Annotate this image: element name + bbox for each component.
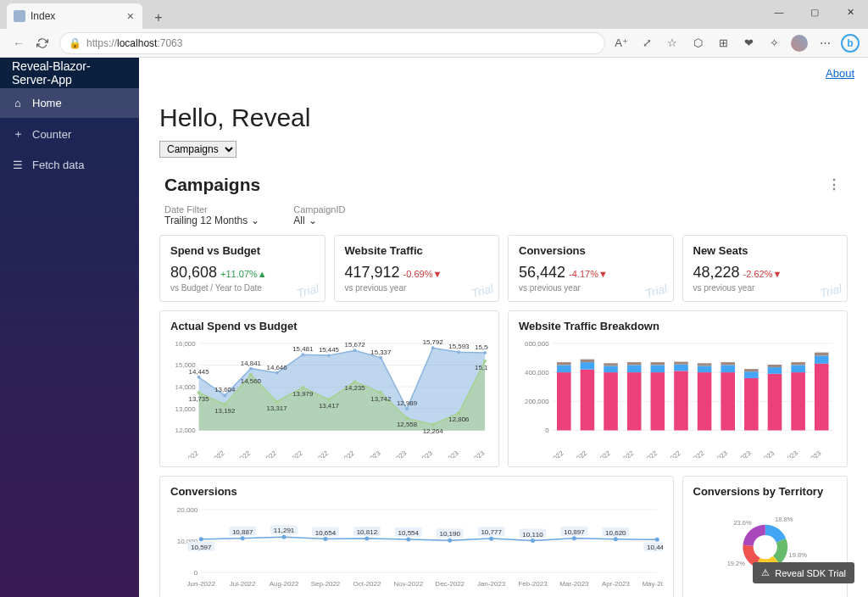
svg-rect-97: [651, 365, 665, 373]
collections-icon[interactable]: ✧: [763, 32, 785, 54]
favorite-icon[interactable]: ☆: [661, 32, 683, 54]
date-filter[interactable]: Date Filter Trailing 12 Months⌄: [164, 204, 259, 226]
plus-icon: ＋: [12, 126, 24, 142]
svg-text:Nov-2022: Nov-2022: [393, 580, 423, 588]
svg-rect-109: [721, 365, 735, 373]
page-body: ⌂ Home ＋ Counter ☰ Fetch data Hello, Rev…: [0, 88, 868, 597]
dashboard-title: Campaigns: [164, 175, 260, 195]
svg-text:13,979: 13,979: [292, 390, 313, 398]
svg-text:14,646: 14,646: [267, 364, 288, 371]
svg-text:Jul-2022: Jul-2022: [202, 449, 226, 458]
maximize-button[interactable]: ▢: [797, 0, 832, 24]
svg-text:Feb-2023: Feb-2023: [518, 580, 548, 588]
svg-point-14: [275, 371, 279, 375]
svg-text:400,000: 400,000: [525, 369, 549, 377]
svg-rect-81: [557, 365, 571, 373]
svg-point-25: [223, 403, 226, 406]
svg-text:Jan-2023: Jan-2023: [703, 449, 729, 458]
svg-text:Dec-2022: Dec-2022: [435, 580, 465, 588]
chart-conversions[interactable]: Conversions 010,00020,00010,59710,88711,…: [159, 476, 674, 597]
lock-icon: 🔒: [69, 37, 81, 49]
sidebar-item-counter[interactable]: ＋ Counter: [0, 118, 139, 150]
svg-text:12,000: 12,000: [175, 427, 197, 434]
kpi-card-traffic[interactable]: Website Traffic 417,912-0.69%▼ vs previo…: [334, 235, 500, 302]
zoom-icon[interactable]: ⤢: [636, 32, 658, 54]
line-chart: 010,00020,00010,59710,88711,29110,65410,…: [170, 505, 663, 589]
svg-text:11,291: 11,291: [274, 527, 295, 534]
warning-icon: ⚠: [761, 567, 770, 578]
svg-text:12,264: 12,264: [423, 427, 444, 435]
svg-point-33: [431, 423, 435, 427]
browser-tab[interactable]: Index ×: [7, 3, 142, 29]
svg-point-16: [327, 354, 331, 357]
svg-text:10,812: 10,812: [357, 528, 378, 536]
bing-button[interactable]: b: [839, 32, 861, 54]
svg-text:Jul-2022: Jul-2022: [564, 449, 588, 458]
app-brand: Reveal-Blazor-Server-App: [0, 58, 139, 88]
tab-title: Index: [31, 10, 55, 22]
svg-point-26: [249, 373, 253, 377]
svg-point-29: [327, 398, 331, 401]
read-aloud-icon[interactable]: A⁺: [610, 32, 632, 54]
kpi-card-seats[interactable]: New Seats 48,228-2.62%▼ vs previous year…: [682, 235, 849, 302]
svg-rect-82: [557, 362, 571, 365]
home-icon: ⌂: [12, 97, 24, 109]
svg-text:10,654: 10,654: [315, 529, 337, 537]
svg-text:12,558: 12,558: [397, 421, 418, 428]
chart-traffic-breakdown[interactable]: Website Traffic Breakdown 0200,000400,00…: [508, 310, 848, 467]
svg-text:10,597: 10,597: [191, 544, 212, 551]
trial-badge: ⚠ Reveal SDK Trial: [753, 562, 854, 583]
kpi-card-conversions[interactable]: Conversions 56,442-4.17%▼ vs previous ye…: [508, 235, 674, 302]
svg-text:13,192: 13,192: [214, 407, 235, 415]
toolbar-icons: A⁺ ⤢ ☆ ⬡ ⊞ ❤ ✧ ⋯ b: [610, 32, 861, 54]
profile-avatar[interactable]: [788, 32, 810, 54]
refresh-button[interactable]: [31, 31, 54, 55]
filter-label: Date Filter: [164, 204, 259, 215]
sidebar-item-home[interactable]: ⌂ Home: [0, 88, 139, 118]
dashboard-filters: Date Filter Trailing 12 Months⌄ Campaign…: [159, 201, 848, 235]
back-button[interactable]: ←: [7, 31, 31, 55]
dashboard-select[interactable]: Campaigns: [159, 141, 236, 158]
svg-rect-85: [581, 362, 595, 370]
minimize-button[interactable]: —: [761, 0, 797, 24]
campaign-filter[interactable]: CampaignID All⌄: [293, 204, 345, 226]
extension1-icon[interactable]: ⬡: [687, 32, 709, 54]
svg-text:10,777: 10,777: [481, 528, 502, 536]
stacked-bar-chart: 0200,000400,000600,000Jun-2022Jul-2022Au…: [519, 339, 837, 458]
chart-spend-vs-budget[interactable]: Actual Spend vs Budget 12,00013,00014,00…: [159, 310, 499, 467]
svg-rect-120: [791, 372, 805, 430]
svg-text:0: 0: [545, 427, 549, 434]
svg-rect-121: [791, 365, 805, 373]
sidebar-item-fetchdata[interactable]: ☰ Fetch data: [0, 150, 139, 180]
svg-text:14,000: 14,000: [175, 383, 197, 391]
svg-text:Sep-2022: Sep-2022: [251, 449, 278, 458]
svg-text:Jun-2022: Jun-2022: [187, 580, 216, 588]
svg-text:10,190: 10,190: [439, 530, 460, 538]
svg-text:10,620: 10,620: [605, 529, 626, 537]
close-window-button[interactable]: ✕: [832, 0, 868, 24]
svg-point-22: [483, 351, 487, 354]
svg-point-30: [353, 380, 357, 383]
app-header: Reveal-Blazor-Server-App About: [0, 58, 868, 88]
svg-point-24: [198, 391, 201, 394]
close-tab-icon[interactable]: ×: [125, 9, 136, 23]
svg-text:Jun-2022: Jun-2022: [539, 449, 565, 458]
svg-point-32: [405, 416, 409, 420]
extension3-icon[interactable]: ❤: [737, 32, 760, 54]
new-tab-button[interactable]: +: [147, 7, 170, 29]
svg-rect-114: [744, 369, 759, 371]
svg-point-18: [379, 356, 382, 360]
address-bar[interactable]: 🔒 https://localhost:7063: [59, 32, 605, 54]
menu-icon[interactable]: ⋯: [814, 32, 836, 54]
extension2-icon[interactable]: ⊞: [712, 32, 734, 54]
kpi-card-spend[interactable]: Spend vs Budget 80,608+11.07%▲ vs Budget…: [159, 235, 326, 302]
kpi-grid: Spend vs Budget 80,608+11.07%▲ vs Budget…: [159, 235, 848, 597]
svg-rect-89: [604, 365, 618, 372]
dashboard-menu-icon[interactable]: ⋮: [821, 173, 848, 196]
svg-text:13,417: 13,417: [319, 402, 339, 410]
svg-point-28: [301, 386, 304, 389]
svg-text:Jun-2022: Jun-2022: [174, 449, 200, 458]
svg-text:Dec-2022: Dec-2022: [329, 449, 356, 458]
svg-rect-90: [604, 363, 618, 365]
about-link[interactable]: About: [826, 67, 854, 80]
